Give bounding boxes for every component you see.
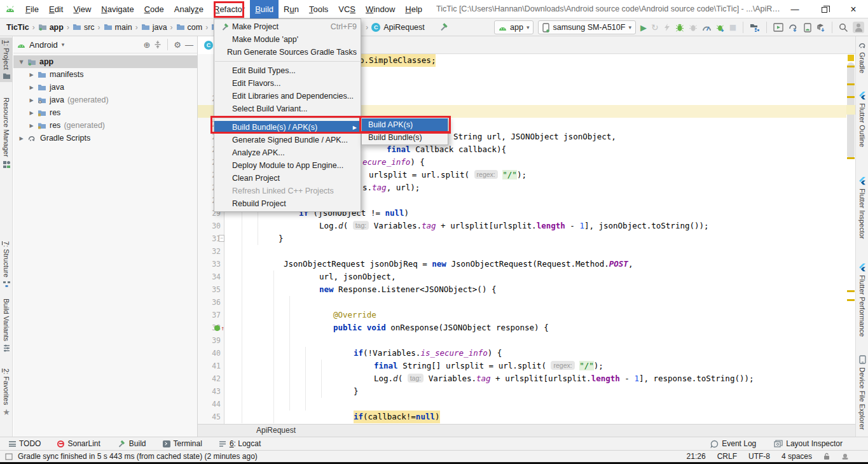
line-number[interactable]: 44 (198, 398, 221, 411)
tree-item-app[interactable]: ▼app (13, 55, 197, 68)
hammer-icon[interactable] (439, 22, 449, 32)
tool-stripe-button-gradle[interactable]: Gradle (856, 39, 868, 76)
warning-stripe-mark[interactable] (847, 66, 855, 67)
tool-window-button-event-log[interactable]: Event Log (710, 439, 756, 448)
warning-stripe-mark[interactable] (847, 157, 855, 159)
line-number[interactable]: 32 (198, 245, 221, 258)
menubar-item-file[interactable]: File (20, 0, 44, 18)
menu-item-edit-flavors[interactable]: Edit Flavors... (214, 77, 361, 90)
code-line-41[interactable]: final String[] urlsplit = url.split( reg… (374, 360, 603, 372)
window-icon[interactable] (5, 453, 13, 460)
breadcrumb-item-app[interactable]: app (38, 23, 64, 32)
menubar-item-vcs[interactable]: VCS (333, 0, 361, 18)
collapsed-arrow-icon[interactable]: ▶ (29, 85, 34, 90)
device-manager-button[interactable] (804, 23, 811, 32)
expanded-arrow-icon[interactable]: ▼ (18, 59, 24, 65)
menu-item-deploy-module-to-app-engine[interactable]: Deploy Module to App Engine... (214, 159, 361, 172)
debug-button[interactable] (675, 23, 684, 32)
line-ending[interactable]: CRLF (717, 452, 737, 461)
menu-item-edit-libraries-and-dependencies[interactable]: Edit Libraries and Dependencies... (214, 90, 361, 102)
tool-stripe-button-flutter-outline[interactable]: Flutter Outline (856, 88, 868, 150)
warning-stripe-mark[interactable] (847, 96, 855, 98)
menu-item-generate-signed-bundle-apk[interactable]: Generate Signed Bundle / APK... (214, 134, 361, 146)
code-line-42[interactable]: Log.d( tag: Variables.tag + urlsplit[url… (374, 372, 754, 385)
line-number[interactable]: 34 (198, 271, 221, 283)
line-number[interactable]: 39 (198, 334, 221, 347)
line-number[interactable]: 37 (198, 309, 221, 321)
breadcrumb-item-java[interactable]: java (141, 23, 167, 32)
line-number[interactable]: 40 (198, 347, 221, 360)
file-encoding[interactable]: UTF-8 (748, 452, 770, 461)
indent-setting[interactable]: 4 spaces (782, 452, 812, 461)
code-line-40[interactable]: if(!Variables.is_secure_info) { (354, 347, 502, 360)
code-line-38[interactable]: public void onResponse(JSONObject respon… (333, 321, 549, 334)
device-selector[interactable]: samsung SM-A510F ▾ (538, 20, 635, 34)
breadcrumb-item-src[interactable]: src (72, 23, 95, 32)
line-number[interactable]: 45 (198, 411, 221, 423)
collapsed-arrow-icon[interactable]: ▶ (18, 136, 24, 141)
profiler-button[interactable] (702, 24, 712, 31)
code-line-37[interactable]: @Override (333, 309, 376, 321)
menubar-item-edit[interactable]: Edit (44, 0, 68, 18)
tree-item-java[interactable]: ▶java (generated) (13, 94, 197, 106)
code-line-45[interactable]: if(callback!=null) (354, 411, 440, 423)
menu-item-edit-build-types[interactable]: Edit Build Types... (214, 64, 361, 77)
menubar-item-refactor[interactable]: Refactor (209, 0, 250, 18)
submenu-item-build-apk-s[interactable]: Build APK(s) (362, 118, 448, 131)
run-button[interactable]: ▶ (640, 24, 647, 32)
warning-stripe-mark[interactable] (847, 290, 855, 292)
project-view-selector[interactable]: Android (29, 40, 58, 50)
menu-item-make-module-app[interactable]: Make Module 'app' (214, 33, 361, 46)
code-line-26[interactable]: urlsplit = url.split( regex: "/"); (369, 169, 527, 181)
tree-item-java[interactable]: ▶java (13, 81, 197, 94)
breadcrumb-item-TicTic[interactable]: TicTic (6, 23, 29, 32)
menu-item-analyze-apk[interactable]: Analyze APK... (214, 146, 361, 159)
menubar-item-analyze[interactable]: Analyze (169, 0, 209, 18)
menubar-item-navigate[interactable]: Navigate (96, 0, 139, 18)
collapsed-arrow-icon[interactable]: ▶ (29, 110, 34, 116)
tool-stripe-button-flutter-performance[interactable]: Flutter Performance (856, 260, 868, 339)
menubar-item-run[interactable]: Run (279, 0, 304, 18)
menubar-item-build[interactable]: Build (250, 0, 279, 18)
warning-stripe-mark[interactable] (847, 83, 855, 85)
menu-item-run-generate-sources-gradle-tasks[interactable]: Run Generate Sources Gradle Tasks (214, 46, 361, 59)
line-number[interactable]: 42 (198, 372, 221, 385)
submenu-item-build-bundle-s[interactable]: Build Bundle(s) (362, 131, 448, 144)
line-number[interactable]: 31 (198, 232, 221, 245)
tool-window-button-terminal[interactable]: Terminal (163, 439, 202, 448)
tool-stripe-button-flutter-inspector[interactable]: Flutter Inspector (856, 174, 868, 241)
menu-item-rebuild-project[interactable]: Rebuild Project (214, 197, 361, 210)
line-number[interactable]: 36 (198, 296, 221, 309)
code-line-33[interactable]: JsonObjectRequest jsonObjReq = new JsonO… (284, 258, 633, 271)
tool-stripe-button-7-structure[interactable]: 7: Structure (0, 239, 13, 291)
gradle-sync-button[interactable] (788, 23, 799, 32)
close-button[interactable]: × (839, 0, 868, 18)
collapsed-arrow-icon[interactable]: ▶ (29, 123, 34, 129)
inspection-indicator[interactable] (848, 55, 854, 61)
project-structure-button[interactable] (750, 23, 760, 32)
locate-file-button[interactable]: ⊕ (143, 41, 150, 49)
notifications-icon[interactable] (841, 453, 849, 460)
tool-stripe-button-device-file-explorer[interactable]: Device File Explorer (856, 353, 868, 432)
collapse-all-button[interactable] (154, 40, 162, 49)
tool-window-button-sonarlint[interactable]: SonarLint (57, 439, 100, 448)
code-line-25[interactable]: ecure_info) { (362, 156, 425, 169)
stop-button[interactable]: ■ (729, 24, 736, 31)
breadcrumb-file[interactable]: › C ApiRequest (366, 18, 425, 36)
line-number[interactable]: 43 (198, 385, 221, 398)
menu-item-clean-project[interactable]: Clean Project (214, 172, 361, 185)
code-line-1[interactable]: p.SimpleClasses; (359, 54, 436, 67)
breadcrumb-item-main[interactable]: main (104, 23, 132, 32)
caret-position[interactable]: 21:26 (687, 452, 706, 461)
tool-window-button-layout-inspector[interactable]: Layout Inspector (774, 439, 843, 448)
menu-item-make-project[interactable]: Make ProjectCtrl+F9 (214, 20, 361, 33)
editor-scrollbar[interactable] (846, 54, 855, 424)
tree-item-res[interactable]: ▶res (generated) (13, 119, 197, 132)
collapsed-arrow-icon[interactable]: ▶ (29, 72, 34, 78)
settings-gear-icon[interactable]: ⚙ (174, 41, 181, 49)
avd-manager-button[interactable] (773, 23, 783, 32)
code-line-43[interactable]: } (354, 385, 359, 398)
fold-marker-icon[interactable]: ‒ (219, 235, 224, 242)
menubar-item-help[interactable]: Help (400, 0, 427, 18)
line-number[interactable]: 30 (198, 220, 221, 232)
